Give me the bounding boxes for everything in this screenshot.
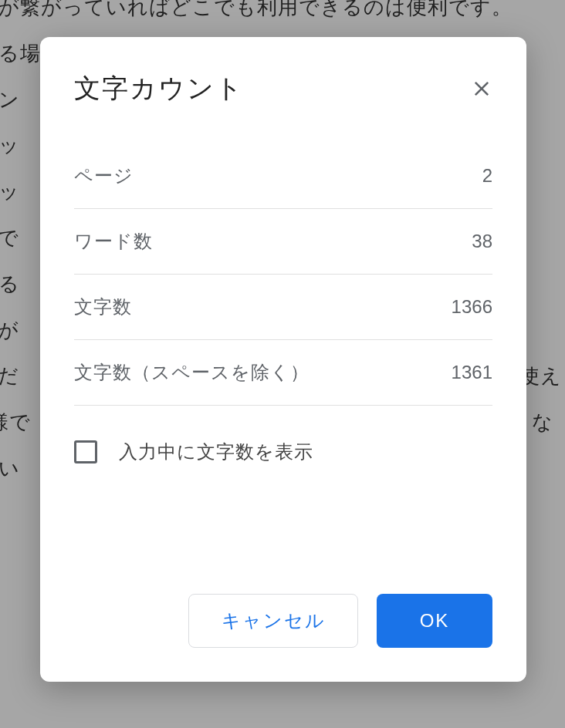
stat-chars-no-spaces-label: 文字数（スペースを除く） [74,360,310,385]
stat-chars-value: 1366 [452,296,492,318]
stat-words-row: ワード数 38 [74,209,492,275]
cancel-button[interactable]: キャンセル [188,594,358,648]
stat-pages-row: ページ 2 [74,143,492,209]
dialog-header: 文字カウント [74,71,492,106]
stat-chars-no-spaces-row: 文字数（スペースを除く） 1361 [74,340,492,406]
stat-pages-value: 2 [482,165,492,187]
show-live-count-checkbox[interactable] [74,440,97,463]
dialog-title: 文字カウント [74,71,244,106]
stat-chars-no-spaces-value: 1361 [452,362,492,383]
stat-words-label: ワード数 [74,229,153,254]
show-live-count-checkbox-row[interactable]: 入力中に文字数を表示 [74,440,492,464]
stat-words-value: 38 [472,231,492,252]
stat-chars-row: 文字数 1366 [74,275,492,340]
ok-button[interactable]: OK [377,594,492,648]
stat-pages-label: ページ [74,163,134,188]
word-count-dialog: 文字カウント ページ 2 ワード数 38 文字数 1366 文字数（スペースを除… [40,37,526,682]
dialog-actions: キャンセル OK [74,594,492,648]
close-icon[interactable] [471,78,492,99]
stat-chars-label: 文字数 [74,295,132,319]
show-live-count-label: 入力中に文字数を表示 [119,440,313,464]
